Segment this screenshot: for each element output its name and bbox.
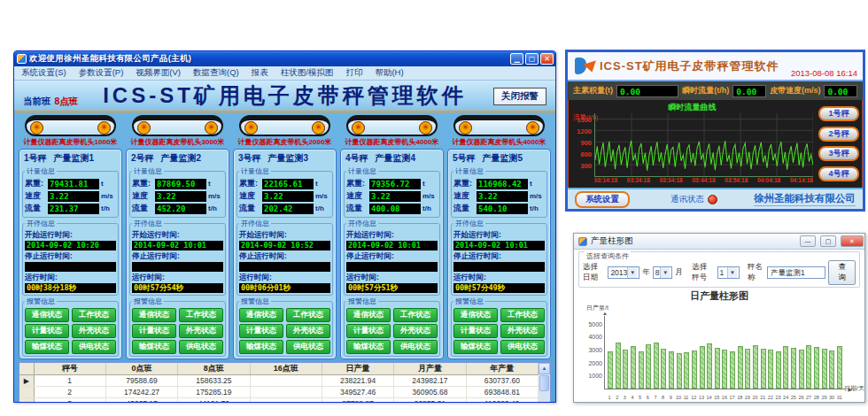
status-button[interactable]: 输煤状态 xyxy=(453,340,498,354)
stop-time-value xyxy=(453,262,545,272)
status-button[interactable]: 工作状态 xyxy=(179,308,223,322)
scroll-up-icon[interactable]: ▲ xyxy=(539,363,550,374)
status-button[interactable]: 供电状态 xyxy=(286,340,330,354)
metering-group: 计量信息累重:79356.72t速度3.22m/s流量400.08t/h xyxy=(344,166,440,218)
status-button[interactable]: 供电状态 xyxy=(179,340,223,354)
scale-button[interactable]: 2号秤 xyxy=(818,127,859,142)
belt-conveyor-icon: ✳✳ xyxy=(239,115,330,136)
year-value: 2013 xyxy=(610,268,627,277)
scale-name-input[interactable]: 产量监测1 xyxy=(767,266,825,279)
speed-row: 速度3.22m/s xyxy=(25,190,116,202)
weight-label: 累重: xyxy=(453,178,477,189)
pulley-icon: ✳ xyxy=(97,121,111,135)
status-button[interactable]: 输煤状态 xyxy=(25,340,69,354)
minimize-icon[interactable]: ▁ xyxy=(510,53,523,65)
menu-item[interactable]: 参数设置(P) xyxy=(79,67,124,79)
flow-unit: t/h xyxy=(530,204,545,212)
chevron-down-icon[interactable]: ▼ xyxy=(727,267,737,278)
speed-unit: m/s xyxy=(208,192,223,200)
status-button[interactable]: 计量状态 xyxy=(346,324,391,338)
close-alarm-button[interactable]: 关闭报警 xyxy=(493,88,546,105)
status-button[interactable]: 输煤状态 xyxy=(239,340,283,354)
table-scrollbar[interactable]: ▲ ▼ xyxy=(539,363,550,402)
status-button[interactable]: 供电状态 xyxy=(393,340,438,354)
status-button[interactable]: 通信状态 xyxy=(132,308,176,322)
status-button[interactable]: 外壳状态 xyxy=(393,324,438,338)
status-button[interactable]: 通信状态 xyxy=(346,308,391,322)
system-settings-button[interactable]: 系统设置 xyxy=(575,191,630,208)
pulley-icon: ✳ xyxy=(137,121,151,135)
status-button[interactable]: 工作状态 xyxy=(286,308,330,322)
scale-select[interactable]: 1▼ xyxy=(717,266,740,279)
panel-title: 3号秤产量监测3 xyxy=(236,151,333,166)
scale-button[interactable]: 3号秤 xyxy=(818,146,859,161)
menu-item[interactable]: 打印 xyxy=(345,67,362,79)
main-titlebar[interactable]: 欢迎使用徐州圣能科技有限公司产品(主机) ▁ ▢ ✕ xyxy=(14,51,555,66)
menu-item[interactable]: 报表 xyxy=(252,67,268,79)
table-row[interactable]: 2174242.27175285.19349527.46360905.68693… xyxy=(19,387,539,398)
month-select[interactable]: 8▼ xyxy=(653,266,672,279)
year-select[interactable]: 2013▼ xyxy=(608,266,639,279)
row-selector[interactable] xyxy=(19,398,34,403)
table-row[interactable]: 343667.1744121.7087788.8792835.31110680.… xyxy=(19,398,539,403)
minimize-icon[interactable]: — xyxy=(800,235,816,247)
y-tick-label: 1500 xyxy=(577,115,592,123)
production-table: 秤号0点班8点班16点班日产量月产量年产量▶179588.69158633.25… xyxy=(19,362,551,402)
x-tick-label: 23 xyxy=(775,395,780,400)
status-button[interactable]: 工作状态 xyxy=(72,308,116,322)
maximize-icon[interactable]: ▢ xyxy=(820,235,836,247)
scale-button[interactable]: 1号秤 xyxy=(818,106,859,121)
startstop-group-caption: 开停信息 xyxy=(346,219,378,228)
status-button[interactable]: 工作状态 xyxy=(500,308,545,322)
column-header: 8点班 xyxy=(178,363,250,375)
status-button[interactable]: 供电状态 xyxy=(72,340,116,354)
status-button[interactable]: 计量状态 xyxy=(239,324,283,338)
menu-item[interactable]: 视频界面(V) xyxy=(136,67,181,79)
weight-label: 累重: xyxy=(239,178,262,189)
status-button[interactable]: 输煤状态 xyxy=(346,340,391,354)
x-tick-label: 26 xyxy=(798,395,803,400)
status-button[interactable]: 计量状态 xyxy=(132,324,176,338)
menu-item[interactable]: 数据查询(Q) xyxy=(193,67,239,79)
column-header: 月产量 xyxy=(394,363,466,375)
table-header-row: 秤号0点班8点班16点班日产量月产量年产量 xyxy=(19,363,539,375)
status-button[interactable]: 通信状态 xyxy=(239,308,283,322)
maximize-icon[interactable]: ▢ xyxy=(525,53,539,65)
row-selector[interactable]: ▶ xyxy=(19,375,34,387)
close-icon[interactable]: ✕ xyxy=(841,235,864,247)
column-header: 日产量 xyxy=(322,363,393,375)
row-selector[interactable] xyxy=(19,387,34,398)
status-button[interactable]: 通信状态 xyxy=(453,308,498,322)
scale-button[interactable]: 4号秤 xyxy=(818,166,859,181)
menu-item[interactable]: 柱状图/模拟图 xyxy=(281,67,334,79)
chevron-down-icon[interactable]: ▼ xyxy=(660,267,670,278)
status-button[interactable]: 计量状态 xyxy=(453,324,498,338)
status-button[interactable]: 外壳状态 xyxy=(500,324,545,338)
status-button[interactable]: 外壳状态 xyxy=(72,324,116,338)
query-button[interactable]: 查询 xyxy=(828,260,856,285)
speed-label: 速度 xyxy=(239,190,262,202)
status-button[interactable]: 外壳状态 xyxy=(179,324,223,338)
month-unit-label: 月 xyxy=(675,267,683,278)
status-button[interactable]: 计量状态 xyxy=(25,324,69,338)
table-cell: 158633.25 xyxy=(178,375,250,387)
x-tick-label: 12 xyxy=(691,395,696,400)
status-button[interactable]: 工作状态 xyxy=(393,308,438,322)
startstop-group-caption: 开停信息 xyxy=(132,219,164,228)
menu-item[interactable]: 系统设置(S) xyxy=(21,67,66,79)
status-button[interactable]: 外壳状态 xyxy=(286,324,330,338)
status-button[interactable]: 输煤状态 xyxy=(132,340,176,354)
stat-label: 主累积量(t) xyxy=(573,85,613,96)
app-icon xyxy=(17,54,27,64)
barchart-titlebar[interactable]: 产量柱形图 — ▢ ✕ xyxy=(574,234,864,250)
table-row[interactable]: ▶179588.69158633.25238221.94243982.17630… xyxy=(19,375,539,387)
scroll-thumb[interactable] xyxy=(539,375,549,391)
bar xyxy=(822,349,827,389)
chevron-down-icon[interactable]: ▼ xyxy=(627,267,637,278)
close-icon[interactable]: ✕ xyxy=(540,53,554,65)
start-time-value: 2014-09-02 10:20 xyxy=(25,241,116,250)
start-time-label: 开始运行时间: xyxy=(25,230,116,241)
menu-item[interactable]: 帮助(H) xyxy=(375,67,403,79)
status-button[interactable]: 供电状态 xyxy=(500,340,545,354)
status-button[interactable]: 通信状态 xyxy=(25,308,69,322)
